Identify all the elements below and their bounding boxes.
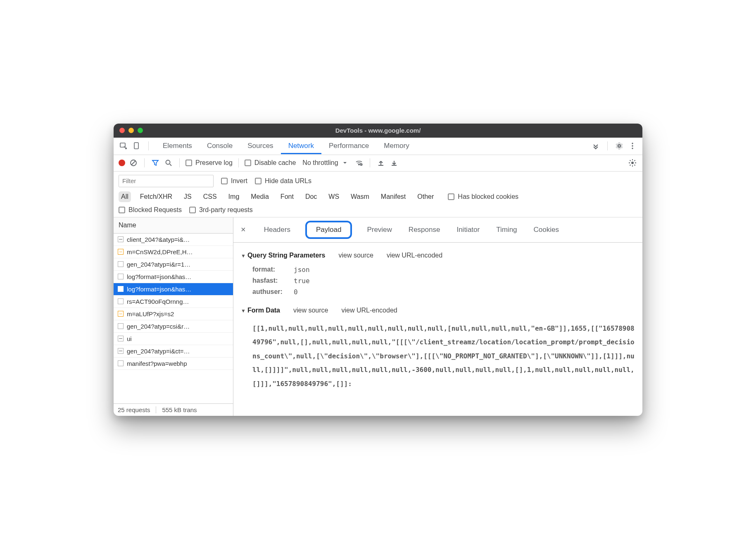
detail-tab-headers[interactable]: Headers xyxy=(262,225,292,235)
request-name: m=aLUfP?xjs=s2 xyxy=(127,310,174,317)
tab-performance[interactable]: Performance xyxy=(321,138,376,154)
tab-memory[interactable]: Memory xyxy=(376,138,416,154)
type-filter-img[interactable]: Img xyxy=(226,191,242,202)
type-filter-ws[interactable]: WS xyxy=(326,191,342,202)
qsp-view-encoded[interactable]: view URL-encoded xyxy=(387,252,442,259)
tab-network[interactable]: Network xyxy=(281,138,321,154)
main-content: Name client_204?&atyp=i&…m=CnSW2d,DPreE,… xyxy=(114,217,642,416)
type-filter-manifest[interactable]: Manifest xyxy=(378,191,408,202)
close-window-button[interactable] xyxy=(119,128,125,133)
type-filter-css[interactable]: CSS xyxy=(201,191,219,202)
invert-checkbox[interactable]: Invert xyxy=(221,177,247,185)
filter-input[interactable] xyxy=(119,175,214,187)
request-name: gen_204?atyp=i&ct=… xyxy=(127,348,190,355)
name-column-header[interactable]: Name xyxy=(114,217,233,234)
more-tabs-icon[interactable] xyxy=(591,141,601,151)
detail-tab-timing[interactable]: Timing xyxy=(494,225,518,235)
request-row[interactable]: gen_204?atyp=i&ct=… xyxy=(114,345,233,358)
download-har-icon[interactable] xyxy=(389,158,399,168)
svg-point-6 xyxy=(166,160,170,165)
detail-tab-cookies[interactable]: Cookies xyxy=(532,225,561,235)
transfer-size: 555 kB trans xyxy=(162,406,197,413)
request-row[interactable]: log?format=json&has… xyxy=(114,283,233,296)
request-list-panel: Name client_204?&atyp=i&…m=CnSW2d,DPreE,… xyxy=(114,217,233,416)
formdata-section-toggle[interactable]: ▼Form Data xyxy=(241,307,280,314)
request-name: gen_204?atyp=i&r=1… xyxy=(127,261,190,268)
formdata-view-source[interactable]: view source xyxy=(293,307,328,314)
clear-icon[interactable] xyxy=(128,158,138,168)
record-button[interactable] xyxy=(119,160,125,166)
svg-point-2 xyxy=(632,143,633,144)
file-icon xyxy=(118,311,124,317)
request-row[interactable]: rs=ACT90oFqOrnng… xyxy=(114,296,233,308)
device-toggle-icon[interactable] xyxy=(132,141,142,151)
minimize-window-button[interactable] xyxy=(128,128,134,133)
request-name: log?format=json&has… xyxy=(127,273,191,280)
qsp-section-toggle[interactable]: ▼Query String Parameters xyxy=(241,252,325,259)
qsp-view-source[interactable]: view source xyxy=(338,252,373,259)
request-row[interactable]: m=aLUfP?xjs=s2 xyxy=(114,308,233,320)
network-settings-gear-icon[interactable] xyxy=(628,158,637,168)
request-name: ui xyxy=(127,335,132,342)
tab-elements[interactable]: Elements xyxy=(155,138,200,154)
file-icon xyxy=(118,336,124,341)
maximize-window-button[interactable] xyxy=(138,128,143,133)
status-bar: 25 requests 555 kB trans xyxy=(114,403,233,416)
file-icon xyxy=(118,286,124,292)
type-filter-all[interactable]: All xyxy=(119,191,131,202)
request-row[interactable]: client_204?&atyp=i&… xyxy=(114,234,233,246)
request-name: gen_204?atyp=csi&r… xyxy=(127,323,190,330)
qsp-row: hasfast:true xyxy=(241,275,635,286)
blocked-requests-checkbox[interactable]: Blocked Requests xyxy=(119,206,182,214)
detail-tab-initiator[interactable]: Initiator xyxy=(455,225,481,235)
svg-point-4 xyxy=(632,148,633,149)
kebab-menu-icon[interactable] xyxy=(628,141,637,151)
file-icon xyxy=(118,236,124,242)
request-name: m=CnSW2d,DPreE,H… xyxy=(127,248,193,255)
network-conditions-icon[interactable] xyxy=(354,158,364,168)
request-row[interactable]: log?format=json&has… xyxy=(114,271,233,283)
type-filter-js[interactable]: JS xyxy=(181,191,194,202)
has-blocked-cookies-checkbox[interactable]: Has blocked cookies xyxy=(448,193,518,200)
type-filter-fetchxhr[interactable]: Fetch/XHR xyxy=(138,191,175,202)
detail-tab-payload[interactable]: Payload xyxy=(305,221,352,239)
tab-console[interactable]: Console xyxy=(200,138,240,154)
request-row[interactable]: gen_204?atyp=i&r=1… xyxy=(114,258,233,271)
throttling-select[interactable]: No throttling xyxy=(299,159,350,167)
type-filter-wasm[interactable]: Wasm xyxy=(348,191,372,202)
formdata-view-encoded[interactable]: view URL-encoded xyxy=(342,307,397,314)
request-name: client_204?&atyp=i&… xyxy=(127,236,190,243)
hide-data-urls-checkbox[interactable]: Hide data URLs xyxy=(255,177,311,185)
request-row[interactable]: m=CnSW2d,DPreE,H… xyxy=(114,246,233,258)
disable-cache-checkbox[interactable]: Disable cache xyxy=(245,159,296,167)
settings-gear-icon[interactable] xyxy=(614,141,624,151)
payload-body: ▼Query String Parameters view source vie… xyxy=(233,243,642,399)
detail-tab-response[interactable]: Response xyxy=(407,225,442,235)
file-icon xyxy=(118,323,124,329)
type-filter-media[interactable]: Media xyxy=(248,191,271,202)
request-row[interactable]: manifest?pwa=webhp xyxy=(114,358,233,370)
inspect-icon[interactable] xyxy=(119,141,128,151)
preserve-log-checkbox[interactable]: Preserve log xyxy=(185,159,233,167)
close-detail-icon[interactable]: × xyxy=(241,225,246,234)
file-icon xyxy=(118,261,124,267)
upload-har-icon[interactable] xyxy=(376,158,386,168)
request-row[interactable]: ui xyxy=(114,333,233,345)
search-icon[interactable] xyxy=(164,158,174,168)
third-party-checkbox[interactable]: 3rd-party requests xyxy=(189,206,253,214)
devtools-window: DevTools - www.google.com/ ElementsConso… xyxy=(114,124,642,416)
filter-funnel-icon[interactable] xyxy=(150,158,160,168)
svg-rect-9 xyxy=(378,165,383,166)
qsp-row: format:json xyxy=(241,264,635,275)
type-filter-font[interactable]: Font xyxy=(278,191,296,202)
type-filter-doc[interactable]: Doc xyxy=(303,191,319,202)
request-list: client_204?&atyp=i&…m=CnSW2d,DPreE,H…gen… xyxy=(114,234,233,403)
detail-tab-preview[interactable]: Preview xyxy=(365,225,393,235)
type-filter-other[interactable]: Other xyxy=(415,191,436,202)
request-name: log?format=json&has… xyxy=(127,286,191,293)
file-icon xyxy=(118,249,124,255)
svg-rect-1 xyxy=(134,143,138,149)
tab-sources[interactable]: Sources xyxy=(240,138,281,154)
request-row[interactable]: gen_204?atyp=csi&r… xyxy=(114,320,233,333)
file-icon xyxy=(118,348,124,354)
